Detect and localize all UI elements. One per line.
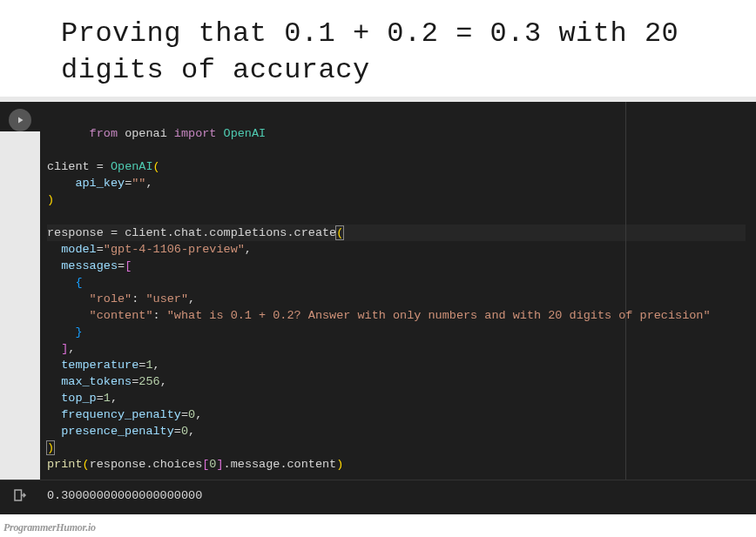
editor-ruler: [625, 102, 626, 480]
output-gutter: [0, 480, 40, 514]
watermark: ProgrammerHumor.io: [0, 514, 756, 534]
page-title: Proving that 0.1 + 0.2 = 0.3 with 20 dig…: [61, 16, 747, 88]
code-area: from openai import OpenAI client = OpenA…: [0, 97, 756, 514]
output-row: 0.30000000000000000000: [0, 480, 756, 514]
code-cell[interactable]: from openai import OpenAI client = OpenA…: [40, 102, 756, 480]
output-arrow-icon: [12, 487, 28, 507]
cell-gutter: [0, 102, 40, 131]
run-button[interactable]: [9, 109, 31, 131]
title-area: Proving that 0.1 + 0.2 = 0.3 with 20 dig…: [0, 0, 756, 97]
play-icon: [15, 115, 25, 125]
output-content: 0.30000000000000000000: [40, 480, 756, 511]
code-cell-row: from openai import OpenAI client = OpenA…: [0, 102, 756, 480]
